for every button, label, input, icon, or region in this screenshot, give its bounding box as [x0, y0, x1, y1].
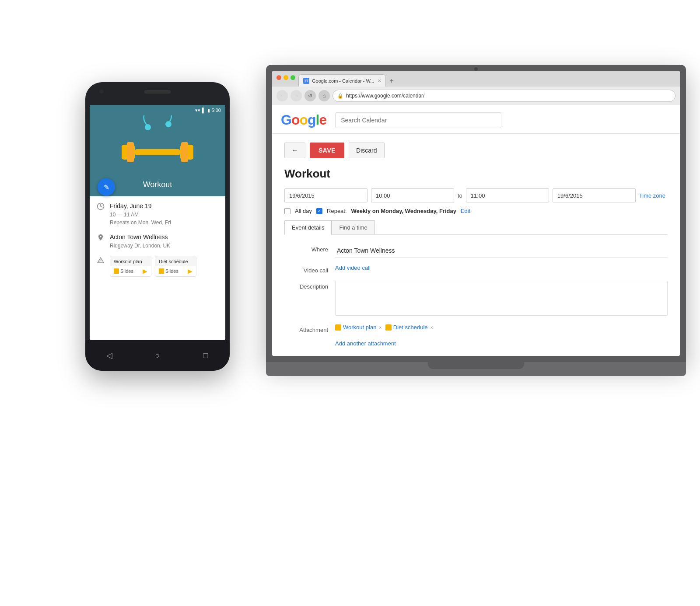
svg-point-6 [145, 124, 151, 130]
clock-icon [97, 202, 105, 212]
phone-speaker [144, 90, 171, 94]
browser-toolbar: ← → ↺ ⌂ 🔒 https://www.google.com/calenda… [272, 87, 680, 105]
phone-attachment-diet-type: Slides ▶ [155, 266, 196, 276]
back-button[interactable]: ← [284, 143, 305, 158]
browser-reload-btn[interactable]: ↺ [304, 90, 316, 101]
attachment-diet-link[interactable]: Diet schedule [393, 324, 428, 331]
repeat-checkbox[interactable]: ✓ [316, 208, 322, 214]
search-calendar-input[interactable] [335, 112, 501, 128]
arrow-icon-2: ▶ [188, 268, 192, 275]
tab-title: Google.com - Calendar - W... [312, 78, 374, 84]
svg-rect-4 [181, 142, 188, 162]
svg-point-5 [165, 121, 172, 127]
attachment-workout-remove[interactable]: × [379, 325, 382, 330]
phone-edit-fab[interactable]: ✎ [98, 178, 115, 196]
laptop-base [266, 362, 686, 376]
attachment-diet-remove[interactable]: × [430, 325, 433, 330]
description-label: Description [284, 281, 328, 290]
drive-icon [97, 257, 105, 266]
where-input[interactable] [335, 244, 668, 258]
phone-details: Friday, June 19 10 — 11 AM Repeats on Mo… [90, 196, 225, 288]
slides-icon-3 [335, 324, 341, 331]
maximize-window-btn[interactable] [290, 75, 295, 80]
laptop-device: 17 Google.com - Calendar - W... × + ← → … [266, 65, 686, 388]
add-attachment-link[interactable]: Add another attachment [335, 340, 668, 347]
laptop-body: 17 Google.com - Calendar - W... × + ← → … [266, 65, 686, 362]
description-textarea[interactable] [335, 281, 668, 316]
phone-attachment-diet[interactable]: Diet schedule Slides ▶ [155, 256, 196, 277]
event-toolbar: ← SAVE Discard [284, 143, 668, 158]
event-tabs: Event details Find a time [284, 220, 668, 235]
svg-point-10 [100, 236, 102, 237]
repeat-detail: Weekly on Monday, Wednesday, Friday [351, 208, 456, 214]
attachment-list: Workout plan × Diet schedule × [335, 324, 668, 331]
battery-icon: ▮ [207, 108, 210, 113]
end-time-field[interactable] [466, 188, 549, 202]
browser-forward-btn[interactable]: → [290, 90, 302, 101]
phone-detail-time-row: Friday, June 19 10 — 11 AM Repeats on Mo… [97, 202, 218, 226]
svg-rect-2 [135, 149, 180, 155]
minimize-window-btn[interactable] [284, 75, 288, 80]
save-button[interactable]: SAVE [310, 143, 344, 158]
tab-event-details[interactable]: Event details [284, 220, 332, 235]
phone-attachment-workout-name: Workout plan [110, 256, 151, 266]
allday-checkbox[interactable] [284, 208, 290, 214]
browser-tabs: 17 Google.com - Calendar - W... × + [272, 71, 680, 87]
videocall-field-row: Video call Add video call [284, 265, 668, 274]
repeat-prefix: Repeat: [327, 208, 347, 214]
repeat-edit-link[interactable]: Edit [461, 208, 470, 214]
laptop-bezel: 17 Google.com - Calendar - W... × + ← → … [272, 71, 680, 356]
phone-nav-back-btn[interactable]: ◁ [103, 351, 116, 360]
phone-camera [99, 89, 104, 94]
tab-close-btn[interactable]: × [378, 77, 381, 84]
slides-icon-4 [385, 324, 392, 331]
phone-attachments-container: Workout plan Slides ▶ Diet sch [110, 256, 196, 277]
ssl-lock-icon: 🔒 [337, 93, 343, 99]
phone-detail-location-row: Acton Town Wellness Ridgeway Dr, London,… [97, 233, 218, 250]
earphones-illustration [140, 115, 175, 134]
phone-location-text: Acton Town Wellness Ridgeway Dr, London,… [110, 233, 170, 250]
attachment-field-row: Attachment Workout plan × Die [284, 324, 668, 333]
browser-back-btn[interactable]: ← [276, 90, 288, 101]
add-video-call-link[interactable]: Add video call [335, 265, 371, 271]
allday-label: All day [295, 208, 312, 214]
phone-body: ▾▾ ▌ ▮ 5:00 [85, 82, 230, 371]
calendar-content: Google ← SAVE Discard Workout [272, 105, 680, 356]
phone-nav-home-btn[interactable]: ○ [151, 351, 164, 360]
logo-g2: g [308, 112, 316, 128]
timezone-link[interactable]: Time zone [639, 192, 665, 199]
allday-repeat-row: All day ✓ Repeat: Weekly on Monday, Wedn… [284, 208, 668, 214]
attachment-chip-workout: Workout plan × [335, 324, 382, 331]
logo-o2: o [299, 112, 308, 128]
end-date-field[interactable] [553, 188, 636, 202]
edit-icon: ✎ [104, 183, 109, 192]
logo-e: e [319, 112, 326, 128]
close-window-btn[interactable] [276, 75, 281, 80]
window-controls [276, 75, 295, 80]
slides-icon-2 [159, 268, 164, 274]
browser-active-tab[interactable]: 17 Google.com - Calendar - W... × [298, 74, 386, 87]
to-separator: to [458, 192, 462, 199]
attachment-value: Workout plan × Diet schedule × [335, 324, 668, 331]
calendar-header: Google [272, 105, 680, 134]
start-date-field[interactable] [284, 188, 368, 202]
attachment-workout-link[interactable]: Workout plan [343, 324, 376, 331]
event-datetime-row: to Time zone [284, 188, 668, 202]
event-title: Workout [284, 167, 668, 181]
browser-home-btn[interactable]: ⌂ [318, 90, 330, 101]
laptop-camera [474, 67, 478, 71]
phone-nav-recent-btn[interactable]: □ [199, 351, 212, 360]
slides-icon [114, 268, 119, 274]
phone-attachment-diet-name: Diet schedule [155, 256, 196, 266]
new-tab-btn[interactable]: + [386, 75, 397, 87]
tab-find-time[interactable]: Find a time [332, 220, 374, 234]
discard-button[interactable]: Discard [349, 143, 384, 158]
start-time-field[interactable] [371, 188, 454, 202]
status-time: 5:00 [212, 108, 221, 113]
tab-favicon: 17 [303, 78, 309, 84]
signal-icon: ▌ [202, 108, 206, 113]
where-value-container [335, 244, 668, 258]
phone-screen: ▾▾ ▌ ▮ 5:00 [90, 105, 225, 340]
browser-address-bar[interactable]: 🔒 https://www.google.com/calendar/ [332, 90, 676, 102]
phone-attachment-workout[interactable]: Workout plan Slides ▶ [110, 256, 151, 277]
